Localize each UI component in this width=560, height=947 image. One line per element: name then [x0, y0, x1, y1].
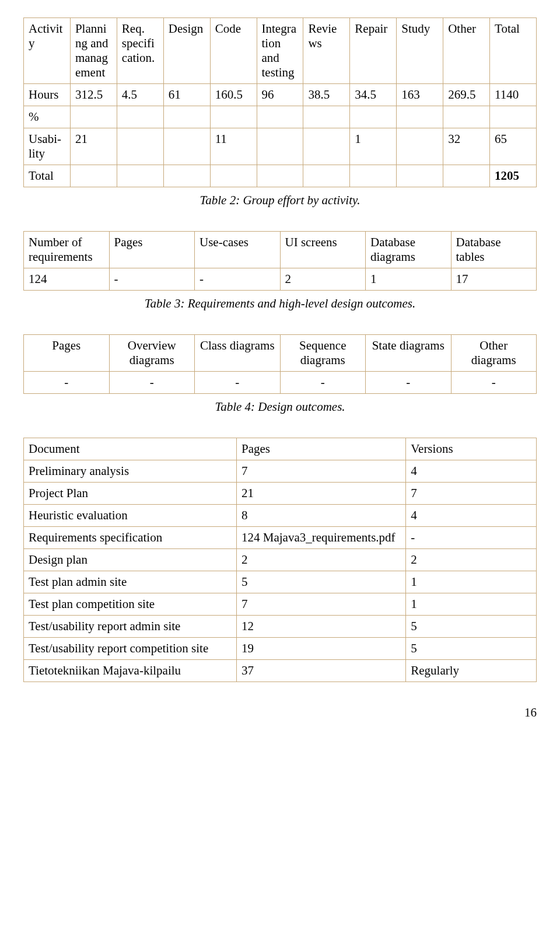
cell: 4	[406, 505, 537, 527]
cell: 269.5	[443, 84, 490, 106]
cell	[210, 106, 257, 128]
cell: -	[195, 268, 281, 291]
cell: -	[109, 372, 195, 394]
cell: 38.5	[303, 84, 350, 106]
cell	[257, 106, 303, 128]
cell	[350, 106, 397, 128]
cell: 163	[397, 84, 443, 106]
cell: Database tables	[451, 232, 537, 268]
cell: Test plan competition site	[24, 593, 237, 616]
cell: 7	[406, 483, 537, 505]
cell: Planning and management	[70, 18, 117, 84]
cell	[303, 128, 350, 165]
cell	[490, 106, 537, 128]
cell: -	[109, 268, 195, 291]
cell: -	[451, 372, 537, 394]
cell: Total	[490, 18, 537, 84]
cell: Use-cases	[195, 232, 281, 268]
table-requirements-outcomes: Number of requirements Pages Use-cases U…	[23, 231, 537, 291]
cell: %	[24, 106, 71, 128]
cell: -	[195, 372, 281, 394]
cell: 1205	[490, 165, 537, 187]
cell: Class diagrams	[195, 335, 281, 372]
page-number: 16	[23, 705, 537, 720]
cell	[163, 106, 210, 128]
cell: Tietotekniikan Majava-kilpailu	[24, 660, 237, 682]
cell	[210, 165, 257, 187]
cell	[117, 106, 163, 128]
cell: 7	[237, 460, 406, 483]
cell: 4.5	[117, 84, 163, 106]
cell: Integration and testing	[257, 18, 303, 84]
cell	[303, 106, 350, 128]
cell: Regularly	[406, 660, 537, 682]
cell	[397, 106, 443, 128]
cell: 1	[406, 593, 537, 616]
cell: Overview diagrams	[109, 335, 195, 372]
cell	[257, 128, 303, 165]
cell: UI screens	[280, 232, 366, 268]
cell: Number of requirements	[24, 232, 110, 268]
cell: 32	[443, 128, 490, 165]
cell: Test/usability report competition site	[24, 638, 237, 660]
cell: Preliminary analysis	[24, 460, 237, 483]
cell	[397, 128, 443, 165]
cell: Pages	[24, 335, 110, 372]
cell: 312.5	[70, 84, 117, 106]
cell	[443, 165, 490, 187]
cell: 1	[406, 571, 537, 593]
cell	[117, 165, 163, 187]
table3-caption: Table 3: Requirements and high-level des…	[23, 296, 537, 311]
cell	[397, 165, 443, 187]
cell: 5	[237, 571, 406, 593]
cell: Code	[210, 18, 257, 84]
cell: Heuristic evaluation	[24, 505, 237, 527]
table-design-outcomes: Pages Overview diagrams Class diagrams S…	[23, 334, 537, 394]
cell: 5	[406, 638, 537, 660]
cell: 34.5	[350, 84, 397, 106]
cell: -	[366, 372, 452, 394]
cell: Activity	[24, 18, 71, 84]
cell: 8	[237, 505, 406, 527]
cell: -	[24, 372, 110, 394]
cell	[443, 106, 490, 128]
cell	[163, 128, 210, 165]
cell: Other	[443, 18, 490, 84]
cell: 5	[406, 616, 537, 638]
cell: 2	[237, 549, 406, 571]
cell: 17	[451, 268, 537, 291]
cell: Hours	[24, 84, 71, 106]
cell: 7	[237, 593, 406, 616]
cell: Test/usability report admin site	[24, 616, 237, 638]
cell: State diagrams	[366, 335, 452, 372]
cell: 1	[350, 128, 397, 165]
cell: Design plan	[24, 549, 237, 571]
cell	[257, 165, 303, 187]
cell: -	[406, 527, 537, 549]
cell: 65	[490, 128, 537, 165]
cell: 21	[237, 483, 406, 505]
cell: Study	[397, 18, 443, 84]
table2-caption: Table 2: Group effort by activity.	[23, 193, 537, 208]
table-group-effort: Activity Planning and management Req. sp…	[23, 18, 537, 187]
cell: 11	[210, 128, 257, 165]
cell: Req. specification.	[117, 18, 163, 84]
cell: 96	[257, 84, 303, 106]
cell: 1140	[490, 84, 537, 106]
cell: 61	[163, 84, 210, 106]
cell: Requirements specification	[24, 527, 237, 549]
cell: Document	[24, 438, 237, 460]
cell: Versions	[406, 438, 537, 460]
cell: 2	[280, 268, 366, 291]
cell: 1	[366, 268, 452, 291]
cell: Pages	[109, 232, 195, 268]
cell: Project Plan	[24, 483, 237, 505]
cell: 124 Majava3_requirements.pdf	[237, 527, 406, 549]
cell: Test plan admin site	[24, 571, 237, 593]
cell: Total	[24, 165, 71, 187]
cell	[163, 165, 210, 187]
cell: 12	[237, 616, 406, 638]
cell: Reviews	[303, 18, 350, 84]
cell: Database diagrams	[366, 232, 452, 268]
cell: 21	[70, 128, 117, 165]
